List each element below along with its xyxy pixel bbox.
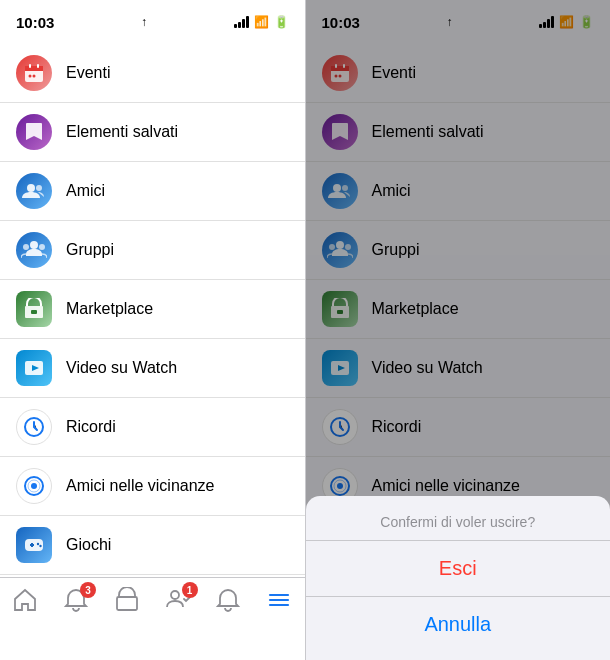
menu-item-giochi[interactable]: Giochi [0, 516, 305, 575]
battery-icon: 🔋 [274, 15, 289, 29]
tab-notifications[interactable]: 3 [51, 586, 102, 614]
friends-tab-icon: 1 [164, 586, 192, 614]
ricordi-label: Ricordi [66, 418, 289, 436]
eventi-label: Eventi [66, 64, 289, 82]
left-status-bar: 10:03 ↑ 📶 🔋 [0, 0, 305, 44]
marketplace-icon [16, 291, 52, 327]
salvati-icon [16, 114, 52, 150]
giochi-label: Giochi [66, 536, 289, 554]
eventi-icon [16, 55, 52, 91]
menu-tab-icon [265, 586, 293, 614]
amici-icon [16, 173, 52, 209]
svg-point-10 [39, 244, 45, 250]
vicinanze-icon [16, 468, 52, 504]
wifi-icon: 📶 [254, 15, 269, 29]
dialog-confirm-label: Esci [439, 557, 477, 580]
svg-point-23 [39, 545, 41, 547]
dialog-cancel-button[interactable]: Annulla [306, 597, 611, 652]
notifications-badge: 3 [80, 582, 96, 598]
left-time-arrow: ↑ [141, 15, 147, 29]
bell-tab-icon [214, 586, 242, 614]
tab-bell[interactable] [203, 586, 254, 614]
tab-friends[interactable]: 1 [152, 586, 203, 614]
menu-item-watch[interactable]: Video su Watch [0, 339, 305, 398]
tab-home[interactable] [0, 586, 51, 614]
watch-label: Video su Watch [66, 359, 289, 377]
watch-icon [16, 350, 52, 386]
salvati-label: Elementi salvati [66, 123, 289, 141]
left-time: 10:03 [16, 14, 54, 31]
svg-point-5 [33, 75, 36, 78]
left-menu-list: Eventi Elementi salvati Amici Gruppi Mar… [0, 44, 305, 577]
menu-item-vicinanze[interactable]: Amici nelle vicinanze [0, 457, 305, 516]
svg-point-30 [171, 591, 179, 599]
right-panel: 10:03 ↑ 📶 🔋 Eventi Elementi salvati [306, 0, 611, 660]
svg-point-7 [36, 185, 42, 191]
svg-point-22 [37, 543, 39, 545]
notifications-tab-icon: 3 [62, 586, 90, 614]
svg-point-17 [31, 483, 37, 489]
menu-item-salvati[interactable]: Elementi salvati [0, 103, 305, 162]
menu-item-gruppi[interactable]: Gruppi [0, 221, 305, 280]
tab-menu[interactable] [254, 586, 305, 614]
signal-icon [234, 16, 249, 28]
vicinanze-label: Amici nelle vicinanze [66, 477, 289, 495]
menu-item-amici[interactable]: Amici [0, 162, 305, 221]
left-tab-bar: 3 1 [0, 577, 305, 660]
ricordi-icon [16, 409, 52, 445]
amici-label: Amici [66, 182, 289, 200]
svg-rect-1 [25, 66, 43, 71]
svg-rect-12 [31, 310, 37, 314]
menu-item-ricordi[interactable]: Ricordi [0, 398, 305, 457]
gruppi-label: Gruppi [66, 241, 289, 259]
marketplace-tab-icon [113, 586, 141, 614]
menu-item-eventi[interactable]: Eventi [0, 44, 305, 103]
friends-badge: 1 [182, 582, 198, 598]
svg-rect-29 [117, 597, 137, 610]
left-panel: 10:03 ↑ 📶 🔋 Eventi Elementi salvati [0, 0, 305, 660]
svg-rect-2 [29, 64, 31, 68]
dialog-title: Confermi di voler uscire? [306, 496, 611, 541]
tab-marketplace[interactable] [102, 586, 153, 614]
giochi-icon [16, 527, 52, 563]
svg-point-4 [29, 75, 32, 78]
svg-rect-3 [37, 64, 39, 68]
dialog-confirm-button[interactable]: Esci [306, 541, 611, 597]
dialog-cancel-label: Annulla [424, 613, 491, 636]
logout-dialog: Confermi di voler uscire? Esci Annulla [306, 496, 611, 660]
svg-point-6 [27, 184, 35, 192]
gruppi-icon [16, 232, 52, 268]
left-status-icons: 📶 🔋 [234, 15, 289, 29]
menu-item-marketplace[interactable]: Marketplace [0, 280, 305, 339]
marketplace-label: Marketplace [66, 300, 289, 318]
svg-point-9 [23, 244, 29, 250]
home-tab-icon [11, 586, 39, 614]
svg-point-8 [30, 241, 38, 249]
